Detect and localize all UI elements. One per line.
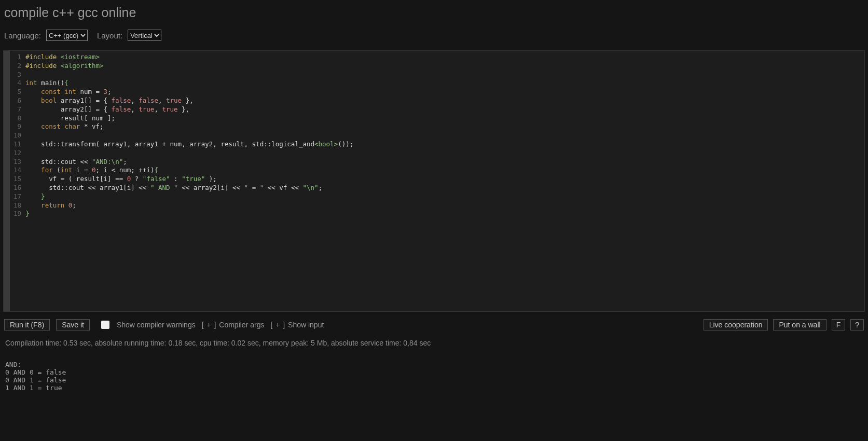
resize-handle[interactable] [4,51,10,311]
options-bar: Language: C++ (gcc) Layout: Vertical [0,22,868,50]
code-line: #include <iostream> [25,53,862,62]
code-line: } [25,210,862,218]
code-line [25,71,862,79]
show-input-toggle[interactable]: [ + ] Show input [270,321,324,329]
line-gutter: 1 2 3 4 5 6 7 8 9 10 11 12 13 14 15 16 1… [10,51,23,311]
layout-select[interactable]: Vertical [128,30,161,41]
code-line: return 0; [25,201,862,210]
code-line: result[ num ]; [25,114,862,123]
code-line: array2[] = { false, true, true }, [25,105,862,114]
layout-label: Layout: [97,31,122,40]
code-editor[interactable]: 1 2 3 4 5 6 7 8 9 10 11 12 13 14 15 16 1… [3,50,865,312]
save-button[interactable]: Save it [56,319,90,330]
page-title: compile c++ gcc online [0,0,868,22]
wall-button[interactable]: Put on a wall [773,319,826,330]
language-select[interactable]: C++ (gcc) [46,30,88,41]
code-line [25,131,862,140]
code-line [25,149,862,158]
code-line: const int num = 3; [25,88,862,97]
code-line: std::cout << array1[i] << " AND " << arr… [25,184,862,192]
toolbar: Run it (F8) Save it Show compiler warnin… [0,312,868,333]
code-line: std::transform( array1, array1 + num, ar… [25,140,862,149]
code-line: std::cout << "AND:\n"; [25,158,862,167]
compiler-args-toggle[interactable]: [ + ] Compiler args [202,321,265,329]
code-line: const char * vf; [25,122,862,131]
code-line: int main(){ [25,79,862,88]
warnings-label: Show compiler warnings [117,321,196,329]
help-button[interactable]: ? [850,319,864,330]
fullscreen-button[interactable]: F [832,319,846,330]
code-line: vf = ( result[i] == 0 ? "false" : "true"… [25,175,862,184]
warnings-checkbox[interactable] [101,321,109,329]
stats-line: Compilation time: 0.53 sec, absolute run… [0,333,868,350]
language-label: Language: [4,31,41,40]
live-coop-button[interactable]: Live cooperation [704,319,768,330]
code-line: #include <algorithm> [25,62,862,71]
output-panel: AND: 0 AND 0 = false 0 AND 1 = false 1 A… [0,350,868,394]
code-line: bool array1[] = { false, false, true }, [25,97,862,105]
code-line: for (int i = 0; i < num; ++i){ [25,166,862,175]
code-area[interactable]: #include <iostream>#include <algorithm> … [23,51,864,311]
run-button[interactable]: Run it (F8) [4,319,50,330]
code-line: } [25,192,862,201]
